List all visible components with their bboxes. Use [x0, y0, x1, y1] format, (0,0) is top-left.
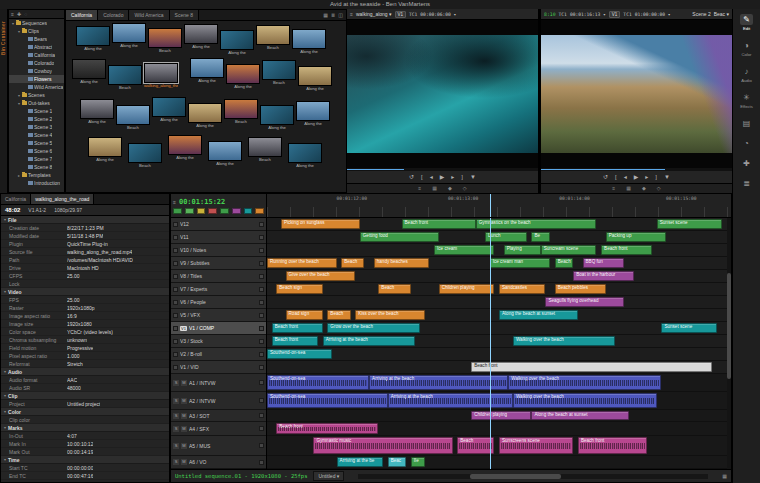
track-lane-v9-subtitles[interactable]: Running over the beachBeachhandy beaches…: [267, 257, 731, 270]
bin-clip-along-the[interactable]: Along the: [190, 58, 224, 83]
clip-southend-on-sea[interactable]: Southend-on-sea: [267, 349, 332, 359]
source-step-forward-icon[interactable]: ▸: [451, 174, 454, 180]
bin-clip-along-the[interactable]: Along the: [72, 59, 106, 84]
mute-button[interactable]: M: [181, 398, 187, 404]
clip-bbq-fun[interactable]: BBQ fun: [583, 258, 625, 268]
clip-along-the-beach-at-sunset[interactable]: Along the beach at sunset: [531, 411, 628, 420]
zoom-icon[interactable]: ▦: [722, 472, 727, 480]
info-section-file[interactable]: ▾File: [1, 216, 169, 224]
bin-clip-along-the[interactable]: Along the: [76, 26, 110, 51]
clip-beach[interactable]: Beach: [378, 284, 410, 294]
tree-item-scenes[interactable]: ▾Scenes: [9, 91, 64, 99]
bin-clip-along-the[interactable]: Along the: [220, 30, 254, 55]
list-view-icon[interactable]: ≣: [331, 11, 335, 19]
bin-clip-along-the[interactable]: Along the: [296, 101, 330, 126]
bin-tab-scene-8[interactable]: Scene 8: [170, 10, 199, 20]
clip-be[interactable]: Be: [531, 232, 550, 242]
track-lock-button[interactable]: [259, 326, 264, 331]
source-splice-in-icon[interactable]: ▼: [470, 174, 476, 180]
clip-gymnastics-on-the-beach[interactable]: Gymnastics on the beach: [476, 219, 597, 229]
track-header-v1-comp[interactable]: V1V1 / COMP: [171, 322, 266, 335]
clip-ice-cream-man[interactable]: Ice cream man: [490, 258, 550, 268]
audio-tool[interactable]: ♪Audio: [735, 66, 759, 83]
tree-item-clips[interactable]: ▾Clips: [9, 27, 64, 35]
bin-clip-walking-along-the-road[interactable]: walking_along_the_road: [144, 63, 178, 88]
track-lock-button[interactable]: [259, 443, 264, 448]
tree-item-scene-5[interactable]: Scene 5: [9, 139, 64, 147]
record-timecode-display[interactable]: 00:01:16:13 ▾: [570, 12, 606, 17]
clip-beach-sign[interactable]: Beach sign: [276, 284, 322, 294]
record-bin-menu[interactable]: Beac ▾: [714, 11, 729, 17]
clip-sandcastles[interactable]: Sandcastles: [499, 284, 545, 294]
source-play-icon[interactable]: ▶: [440, 174, 445, 180]
clip-beach[interactable]: Beach: [327, 310, 350, 320]
clip-beach[interactable]: Beach: [555, 258, 574, 268]
new-bin-icon[interactable]: ✚: [17, 10, 21, 18]
bin-clip-beach[interactable]: Beach: [108, 65, 142, 90]
info-section-color[interactable]: ▾Color: [1, 408, 169, 416]
clip-kiss-over-the-beach[interactable]: Kiss over the beach: [355, 310, 425, 320]
clip-sunscreens-scene[interactable]: Sunscreens scene: [499, 437, 573, 454]
tree-item-scene-7[interactable]: Scene 7: [9, 155, 64, 163]
track-monitor-button[interactable]: [173, 300, 178, 305]
source-position-bar[interactable]: [347, 168, 538, 171]
timeline-fast-menu-icon[interactable]: ≡: [173, 198, 176, 206]
clip-ice-cream[interactable]: Ice cream: [434, 245, 494, 255]
track-lock-button[interactable]: [259, 339, 264, 344]
track-header-v10-notes[interactable]: V10 / Notes: [171, 244, 266, 257]
source-mark-out-icon[interactable]: ]: [461, 174, 463, 180]
bin-tab-colorado[interactable]: Colorado: [98, 10, 129, 20]
clip-arriving-at-the-be[interactable]: Arriving at the be: [337, 457, 383, 467]
dock-tab-bin-container[interactable]: Bin Container: [1, 21, 6, 55]
track-lock-button[interactable]: [259, 261, 264, 266]
bin-clip-beach[interactable]: Beach: [256, 25, 290, 50]
info-section-clip[interactable]: ▾Clip: [1, 392, 169, 400]
clip-seagulls-flying-overhead[interactable]: Seagulls flying overhead: [545, 297, 624, 307]
record-play-icon[interactable]: ▶: [634, 174, 639, 180]
color-tool[interactable]: ◑Color: [735, 40, 759, 57]
track-lock-button[interactable]: [259, 248, 264, 253]
clip-boat-in-the-harbour[interactable]: Boat in the harbour: [573, 271, 633, 281]
track-lock-button[interactable]: [259, 274, 264, 279]
source-track-badge[interactable]: V1: [395, 11, 407, 18]
search-icon[interactable]: ◌: [24, 10, 27, 18]
clip-running-over-the-beach[interactable]: Running over the beach: [267, 258, 337, 268]
track-lock-button[interactable]: [259, 380, 264, 385]
bin-clip-along-the[interactable]: Along the: [168, 135, 202, 160]
bin-clip-along-the[interactable]: Along the: [188, 103, 222, 128]
track-lane-v6-people[interactable]: Seagulls flying overhead: [267, 296, 731, 309]
bin-clip-along-the[interactable]: Along the: [288, 143, 322, 168]
track-lane-v11[interactable]: Getting foodLunchBePacking up: [267, 231, 731, 244]
track-header-v1-vid[interactable]: V1 / VID: [171, 361, 266, 374]
info-section-time[interactable]: ▾Time: [1, 456, 169, 464]
source-render-icon[interactable]: ◇: [463, 186, 467, 191]
track-header-v2-b-roll[interactable]: V2 / B-roll: [171, 348, 266, 361]
bin-clip-along-the[interactable]: Along the: [208, 141, 242, 166]
record-fast-menu-icon[interactable]: ≡: [612, 186, 615, 191]
solo-button[interactable]: S: [173, 459, 179, 465]
timeline-vertical-scrollbar[interactable]: [727, 218, 731, 469]
record-render-icon[interactable]: ◇: [657, 186, 661, 191]
bin-tab-wild-america[interactable]: Wild America: [129, 10, 169, 20]
record-mark-in-icon[interactable]: [: [615, 174, 617, 180]
source-tc-format-menu[interactable]: TC1: [409, 12, 417, 17]
clip-beach-front[interactable]: Beach front: [276, 423, 378, 434]
solo-button[interactable]: S: [173, 398, 179, 404]
tree-item-flowers[interactable]: Flowers: [9, 75, 64, 83]
bin-clip-along-the[interactable]: Along the: [226, 64, 260, 89]
clip-arriving-at-the-beach[interactable]: Arriving at the beach: [369, 375, 508, 390]
record-sequence-menu[interactable]: Scene 2: [692, 11, 710, 17]
track-lock-button[interactable]: [259, 235, 264, 240]
track-header-a5-mus[interactable]: SMA5 / MUS: [171, 436, 266, 456]
frame-view-icon[interactable]: ▦: [323, 11, 328, 19]
source-mark-in-icon[interactable]: [: [421, 174, 423, 180]
clip-walking-over-the-beach[interactable]: Walking over the beach: [513, 336, 615, 346]
clip-suncream-scene[interactable]: Suncream scene: [541, 245, 597, 255]
solo-button[interactable]: S: [173, 380, 179, 386]
clip-arriving-at-the-beach[interactable]: Arriving at the beach: [323, 336, 416, 346]
clip-ile[interactable]: Ile: [411, 457, 425, 467]
source-fast-menu-icon[interactable]: ≡: [418, 186, 421, 191]
record-loop-icon[interactable]: ↺: [603, 174, 608, 180]
track-monitor-button[interactable]: [173, 326, 178, 331]
track-monitor-button[interactable]: [173, 287, 178, 292]
